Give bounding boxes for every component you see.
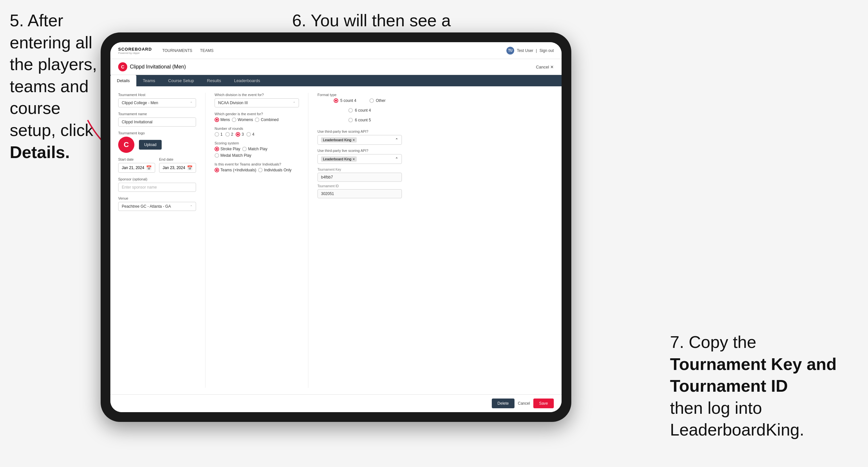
- sign-out-link[interactable]: Sign out: [539, 47, 554, 54]
- third-party-1-group: Use third-party live scoring API? Leader…: [317, 129, 402, 145]
- scoring-radio-group: Stroke Play Match Play Medal Match Play: [215, 147, 299, 158]
- delete-button[interactable]: Delete: [492, 399, 515, 408]
- gender-combined-radio[interactable]: [255, 118, 259, 122]
- tournament-host-input[interactable]: Clippd College - Men ⌃: [118, 98, 196, 107]
- tournament-title: Clippd Invitational (Men): [130, 64, 186, 70]
- logo-preview: C: [118, 136, 134, 153]
- third-party-2-tag: Leaderboard King ×: [321, 156, 357, 162]
- format-other[interactable]: Other: [369, 98, 385, 103]
- format-5count4[interactable]: 5 count 4: [334, 98, 356, 103]
- annotation-bottom-right: 7. Copy the Tournament Key and Tournamen…: [670, 331, 858, 441]
- end-date-label: End date: [159, 157, 196, 161]
- tag-close-1[interactable]: ×: [352, 138, 354, 142]
- tournament-key-value: b4fbb7: [317, 173, 402, 182]
- logo-area: SCOREBOARD Powered by clippd: [118, 47, 152, 55]
- tournament-header: C Clippd Invitational (Men) Cancel ✕: [111, 59, 562, 75]
- rounds-3[interactable]: 3: [236, 132, 244, 136]
- tournament-header-left: C Clippd Invitational (Men): [118, 62, 186, 71]
- tag-close-2[interactable]: ×: [352, 157, 354, 161]
- nav-link-tournaments[interactable]: TOURNAMENTS: [162, 47, 192, 54]
- rounds-group: Number of rounds 1 2 3: [215, 127, 299, 136]
- rounds-1-radio[interactable]: [215, 132, 219, 136]
- format-5count4-radio[interactable]: [334, 98, 338, 103]
- third-party-2-select[interactable]: Leaderboard King × ⌃: [317, 154, 402, 164]
- sponsor-input[interactable]: Enter sponsor name: [118, 183, 196, 192]
- format-6count4[interactable]: 6 count 4: [348, 108, 371, 113]
- save-button[interactable]: Save: [533, 399, 554, 408]
- teams-teams[interactable]: Teams (+Individuals): [215, 168, 256, 172]
- gender-combined[interactable]: Combined: [255, 118, 279, 122]
- main-content: Tournament Host Clippd College - Men ⌃ T…: [111, 86, 562, 394]
- tabs-bar: Details Teams Course Setup Results Leade…: [111, 75, 562, 86]
- upload-button[interactable]: Upload: [139, 140, 162, 150]
- third-party-1-label: Use third-party live scoring API?: [317, 129, 402, 133]
- scoring-group: Scoring system Stroke Play Match Play: [215, 141, 299, 158]
- annotation-left: 5. After entering all the players, teams…: [10, 10, 101, 163]
- tournament-host-label: Tournament Host: [118, 93, 196, 97]
- end-date-icon: 📅: [187, 165, 192, 170]
- teams-label: Is this event for Teams and/or Individua…: [215, 162, 299, 166]
- tab-details[interactable]: Details: [111, 75, 136, 86]
- teams-individuals-radio[interactable]: [258, 168, 262, 172]
- gender-group: Which gender is the event for? Mens Wome…: [215, 112, 299, 122]
- rounds-4[interactable]: 4: [246, 132, 254, 136]
- rounds-1[interactable]: 1: [215, 132, 223, 136]
- third-party-1-select[interactable]: Leaderboard King × ⌃: [317, 135, 402, 145]
- gender-mens[interactable]: Mens: [215, 118, 230, 122]
- sponsor-group: Sponsor (optional) Enter sponsor name: [118, 177, 196, 192]
- teams-group: Is this event for Teams and/or Individua…: [215, 162, 299, 172]
- third-party-1-tag: Leaderboard King ×: [321, 137, 357, 143]
- format-6count5[interactable]: 6 count 5: [348, 118, 371, 122]
- footer-bar: Delete Cancel Save: [111, 394, 562, 412]
- division-input[interactable]: NCAA Division III ⌃: [215, 98, 299, 107]
- format-column: Format type 5 count 4 Other: [317, 93, 402, 388]
- format-other-radio[interactable]: [369, 98, 374, 103]
- format-label: Format type: [317, 93, 402, 97]
- tab-course-setup[interactable]: Course Setup: [162, 75, 200, 86]
- rounds-3-radio[interactable]: [236, 132, 240, 136]
- gender-womens-radio[interactable]: [232, 118, 236, 122]
- middle-column: Which division is the event for? NCAA Di…: [215, 93, 299, 388]
- cancel-button[interactable]: Cancel ✕: [536, 65, 554, 69]
- end-date-input[interactable]: Jan 23, 2024 📅: [159, 163, 196, 173]
- user-name: Test User: [517, 49, 533, 53]
- scoring-match-play[interactable]: Match Play: [242, 147, 267, 151]
- logo-sub: Powered by clippd: [118, 52, 152, 55]
- venue-input[interactable]: Peachtree GC - Atlanta - GA ⌃: [118, 202, 196, 211]
- teams-radio-group: Teams (+Individuals) Individuals Only: [215, 168, 299, 172]
- tournament-id-label: Tournament ID: [317, 184, 402, 188]
- rounds-2-radio[interactable]: [225, 132, 230, 136]
- tab-teams[interactable]: Teams: [136, 75, 162, 86]
- tab-results[interactable]: Results: [200, 75, 227, 86]
- scoring-stroke-radio[interactable]: [215, 147, 219, 151]
- logo-label: Tournament logo: [118, 131, 196, 135]
- third-party-2-label: Use third-party live scoring API?: [317, 149, 402, 153]
- rounds-2[interactable]: 2: [225, 132, 234, 136]
- nav-link-teams[interactable]: TEAMS: [200, 47, 213, 54]
- scoring-medal-radio[interactable]: [215, 153, 219, 158]
- scoring-stroke-play[interactable]: Stroke Play: [215, 147, 240, 151]
- tournament-id-value: 302051: [317, 189, 402, 198]
- user-avatar: TU: [506, 47, 514, 55]
- end-date-field: End date Jan 23, 2024 📅: [159, 157, 196, 173]
- tab-leaderboards[interactable]: Leaderboards: [227, 75, 267, 86]
- teams-teams-radio[interactable]: [215, 168, 219, 172]
- tournament-name-input[interactable]: Clippd Invitational: [118, 118, 196, 127]
- format-row-1: 5 count 4 Other: [334, 98, 385, 105]
- rounds-4-radio[interactable]: [246, 132, 251, 136]
- rounds-label: Number of rounds: [215, 127, 299, 130]
- cancel-footer-button[interactable]: Cancel: [518, 401, 530, 406]
- scoring-match-radio[interactable]: [242, 147, 247, 151]
- top-nav: SCOREBOARD Powered by clippd TOURNAMENTS…: [111, 42, 562, 59]
- gender-womens[interactable]: Womens: [232, 118, 253, 122]
- third-party-2-arrow: ⌃: [395, 157, 398, 161]
- left-column: Tournament Host Clippd College - Men ⌃ T…: [118, 93, 196, 388]
- teams-individuals[interactable]: Individuals Only: [258, 168, 291, 172]
- format-6count5-radio[interactable]: [348, 118, 353, 122]
- start-date-input[interactable]: Jan 21, 2024 📅: [118, 163, 155, 173]
- scoring-medal-match[interactable]: Medal Match Play: [215, 153, 251, 158]
- format-6count4-radio[interactable]: [348, 108, 353, 113]
- gender-mens-radio[interactable]: [215, 118, 219, 122]
- nav-links: TOURNAMENTS TEAMS: [162, 47, 506, 54]
- tournament-name-group: Tournament name Clippd Invitational: [118, 112, 196, 127]
